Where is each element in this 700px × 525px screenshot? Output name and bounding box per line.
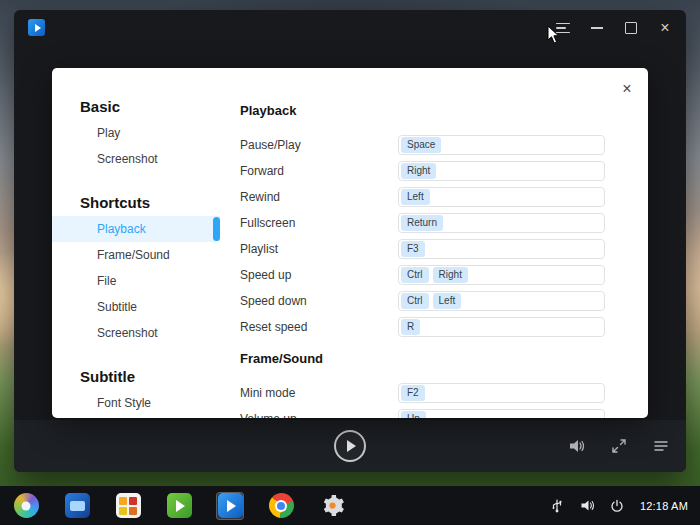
sidebar-item-label: Font Style <box>97 396 151 410</box>
shortcut-input[interactable]: R <box>398 317 605 337</box>
app-icon <box>28 19 45 36</box>
shortcut-input[interactable]: F3 <box>398 239 605 259</box>
tray-volume-button[interactable] <box>580 498 595 513</box>
sidebar-item-label: Subtitle <box>97 300 137 314</box>
close-window-button[interactable]: × <box>648 13 682 43</box>
shortcut-label: Volume up <box>240 412 398 418</box>
play-button[interactable] <box>334 430 366 462</box>
shortcut-label: Speed up <box>240 268 398 282</box>
shortcut-label: Mini mode <box>240 386 398 400</box>
playlist-icon <box>653 438 669 454</box>
shortcut-input[interactable]: Right <box>398 161 605 181</box>
key-chip: F2 <box>401 385 425 401</box>
settings-button[interactable] <box>318 492 346 520</box>
power-icon <box>610 499 624 513</box>
close-icon: × <box>660 20 669 36</box>
sidebar-section-title: Basic <box>52 94 220 120</box>
shortcut-input[interactable]: Space <box>398 135 605 155</box>
shortcut-row: RewindLeft <box>240 184 648 210</box>
shortcut-row: PlaylistF3 <box>240 236 648 262</box>
key-chip: F3 <box>401 241 425 257</box>
shortcut-input[interactable]: CtrlRight <box>398 265 605 285</box>
fullscreen-button[interactable] <box>610 437 628 455</box>
sidebar-item-frame-sound[interactable]: Frame/Sound <box>52 242 220 268</box>
shortcut-row: Volume upUp <box>240 406 648 418</box>
minimize-icon <box>591 27 603 29</box>
shortcut-label: Pause/Play <box>240 138 398 152</box>
usb-button[interactable] <box>550 498 565 513</box>
sidebar-item-playback[interactable]: Playback <box>52 216 220 242</box>
key-chip: Space <box>401 137 441 153</box>
fullscreen-icon <box>611 438 627 454</box>
shortcut-label: Fullscreen <box>240 216 398 230</box>
content-section-title: Frame/Sound <box>240 346 648 372</box>
sidebar-section-title: Subtitle <box>52 364 220 390</box>
shortcut-label: Playlist <box>240 242 398 256</box>
shortcut-row: Speed downCtrlLeft <box>240 288 648 314</box>
file-manager-button[interactable] <box>63 492 91 520</box>
key-chip: Up <box>401 411 426 418</box>
chrome-button[interactable] <box>267 492 295 520</box>
titlebar: × <box>14 10 686 46</box>
playlist-button[interactable] <box>652 437 670 455</box>
sidebar-section: ShortcutsPlaybackFrame/SoundFileSubtitle… <box>52 190 220 346</box>
selected-indicator <box>213 217 220 241</box>
app-store-button[interactable] <box>114 492 142 520</box>
maximize-icon <box>625 22 637 34</box>
dialog-close-button[interactable]: × <box>614 76 640 102</box>
minimize-button[interactable] <box>580 13 614 43</box>
taskbar-apps <box>12 492 346 520</box>
taskbar-clock[interactable]: 12:18 AM <box>640 500 688 512</box>
shortcut-input[interactable]: F2 <box>398 383 605 403</box>
chrome-icon <box>269 493 294 518</box>
key-chip: Left <box>401 189 430 205</box>
media-player-window: × BasicPlayScre <box>14 10 686 472</box>
shortcut-row: Mini modeF2 <box>240 380 648 406</box>
shortcut-input[interactable]: CtrlLeft <box>398 291 605 311</box>
launcher-icon <box>14 493 39 518</box>
sidebar-item-label: File <box>97 274 116 288</box>
sidebar-section: SubtitleFont Style <box>52 364 220 416</box>
sidebar-item-screenshot[interactable]: Screenshot <box>52 320 220 346</box>
taskbar: 12:18 AM <box>0 486 700 525</box>
volume-button[interactable] <box>568 437 586 455</box>
tray-volume-icon <box>580 498 595 513</box>
sidebar-item-subtitle[interactable]: Subtitle <box>52 294 220 320</box>
key-chip: Ctrl <box>401 267 429 283</box>
sidebar-item-label: Playback <box>97 222 146 236</box>
system-tray: 12:18 AM <box>550 498 688 513</box>
file-manager-icon <box>65 493 90 518</box>
sidebar-item-label: Screenshot <box>97 152 158 166</box>
window-controls: × <box>546 10 686 46</box>
launcher-button[interactable] <box>12 492 40 520</box>
green-app-icon <box>167 493 192 518</box>
shortcut-row: Pause/PlaySpace <box>240 132 648 158</box>
sidebar-item-file[interactable]: File <box>52 268 220 294</box>
movie-player-icon <box>218 493 243 518</box>
player-control-bar <box>14 420 686 472</box>
mouse-cursor <box>547 25 561 45</box>
dialog-close-icon: × <box>622 80 631 98</box>
sidebar-item-font-style[interactable]: Font Style <box>52 390 220 416</box>
content-section-title: Playback <box>240 98 648 124</box>
shortcut-label: Rewind <box>240 190 398 204</box>
app-store-icon <box>116 493 141 518</box>
key-chip: Right <box>401 163 436 179</box>
play-icon <box>347 440 356 452</box>
shortcut-input[interactable]: Return <box>398 213 605 233</box>
green-app-button[interactable] <box>165 492 193 520</box>
sidebar-item-play[interactable]: Play <box>52 120 220 146</box>
maximize-button[interactable] <box>614 13 648 43</box>
shortcut-input[interactable]: Up <box>398 409 605 418</box>
player-bar-right <box>568 420 670 472</box>
power-button[interactable] <box>610 498 625 513</box>
movie-player-button[interactable] <box>216 492 244 520</box>
sidebar-item-screenshot[interactable]: Screenshot <box>52 146 220 172</box>
shortcut-input[interactable]: Left <box>398 187 605 207</box>
shortcut-row: Speed upCtrlRight <box>240 262 648 288</box>
sidebar-section-title: Shortcuts <box>52 190 220 216</box>
shortcut-row: Reset speedR <box>240 314 648 340</box>
shortcut-list: PlaybackPause/PlaySpaceForwardRightRewin… <box>220 68 648 418</box>
key-chip: Right <box>433 267 468 283</box>
usb-icon <box>550 499 564 513</box>
